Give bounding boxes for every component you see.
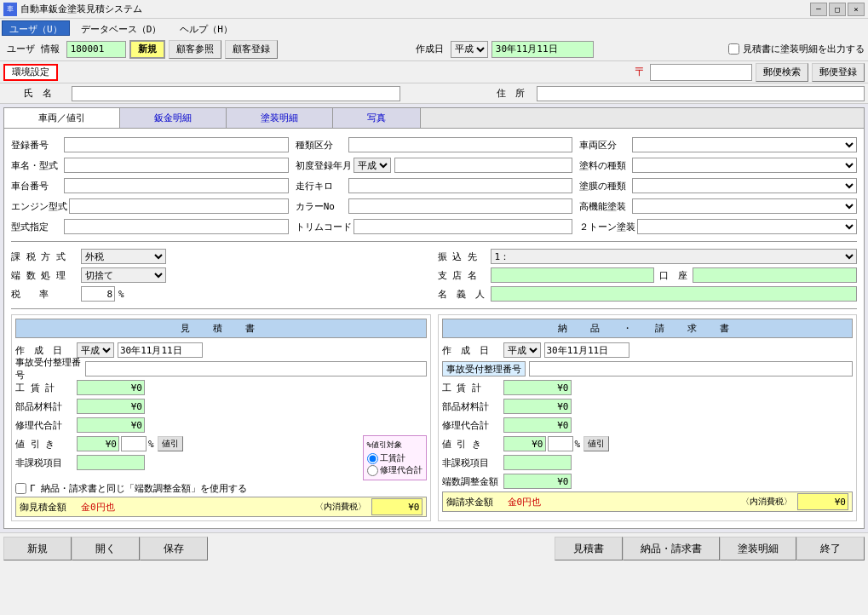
vehicle-class-select[interactable] (632, 137, 857, 152)
est-discount-value-input[interactable] (77, 436, 119, 451)
del-discount-pct-input[interactable] (548, 436, 573, 451)
bottom-new-button[interactable]: 新規 (3, 537, 72, 560)
bottom-end-button[interactable]: 終了 (796, 537, 865, 560)
estimate-block: 見 積 書 作 成 日 平成 事故受付整理番号 工 賃 計 (11, 314, 431, 521)
postal-reg-button[interactable]: 郵便登録 (812, 63, 865, 82)
two-tone-label: ２トーン塗装 (579, 221, 635, 233)
reg-num-label: 登録番号 (11, 139, 62, 152)
model-input[interactable] (64, 219, 289, 234)
postal-search-button[interactable]: 郵便検索 (756, 63, 808, 82)
account-input[interactable] (693, 267, 857, 283)
est-accident-input[interactable] (85, 361, 427, 376)
del-nontax-input[interactable] (503, 455, 572, 470)
reg-num-input[interactable] (64, 137, 289, 152)
menu-help[interactable]: ヘルプ（H） (172, 20, 240, 36)
est-discount-pct-input[interactable] (121, 436, 147, 451)
postal-input[interactable] (650, 64, 752, 81)
tab-sheet-metal[interactable]: 鈑金明細 (120, 108, 227, 128)
first-reg-input[interactable] (394, 158, 573, 173)
tax-rate-input[interactable] (81, 286, 115, 302)
car-name-input[interactable] (64, 158, 289, 173)
est-parts-label: 部品材料計 (15, 400, 75, 413)
branch-input[interactable] (491, 267, 655, 283)
engine-label: エンジン型式 (11, 200, 67, 213)
mileage-input[interactable] (348, 178, 573, 193)
est-total-tax-input[interactable] (371, 498, 423, 515)
paint-film-select[interactable] (632, 178, 857, 193)
bottom-paint-detail-button[interactable]: 塗装明細 (720, 537, 796, 560)
window-controls[interactable]: ─ □ × (810, 3, 865, 16)
est-repair-discount-area: 修理代合計 値 引 き % 値引 非課税項 (15, 417, 427, 480)
bottom-open-button[interactable]: 開く (72, 537, 140, 560)
estimate-header: 見 積 書 (15, 319, 427, 338)
est-radio-repair[interactable] (367, 465, 378, 476)
trim-row: トリムコード (296, 217, 573, 236)
new-button[interactable]: 新規 (129, 40, 165, 59)
maximize-btn[interactable]: □ (829, 3, 846, 16)
vehicle-class-label: 車両区分 (579, 139, 630, 152)
account-name-input[interactable] (491, 286, 858, 302)
env-settings-button[interactable]: 環境設定 (3, 64, 58, 81)
est-radio-labor-label[interactable]: 工賃計 (367, 452, 423, 464)
close-btn[interactable]: × (848, 3, 865, 16)
era-select[interactable]: 平成 (451, 41, 488, 58)
del-era-select[interactable]: 平成 (503, 342, 541, 358)
del-labor-input[interactable] (503, 380, 572, 395)
del-nontax-label: 非課税項目 (442, 457, 502, 469)
menu-user[interactable]: ユーザ（U） (2, 20, 70, 36)
est-voucher-checkbox[interactable] (15, 483, 26, 494)
customer-reg-button[interactable]: 顧客登録 (225, 40, 278, 59)
addr-input[interactable] (537, 86, 865, 101)
est-radio-repair-label[interactable]: 修理代合計 (367, 464, 423, 476)
est-total-amount: 金0円也 (81, 501, 310, 514)
two-tone-select[interactable] (637, 219, 857, 234)
first-reg-era-select[interactable]: 平成 (354, 158, 391, 173)
del-parts-input[interactable] (503, 399, 572, 414)
round-row: 端 数 処 理 切捨て (11, 266, 431, 285)
paint-type-select[interactable] (632, 158, 857, 173)
del-date-input[interactable] (544, 342, 629, 358)
minimize-btn[interactable]: ─ (810, 3, 827, 16)
est-repair-label: 修理代合計 (15, 419, 75, 432)
est-discount-button[interactable]: 値引 (158, 436, 183, 451)
tax-method-select[interactable]: 外税 (81, 249, 166, 264)
bottom-estimate-button[interactable]: 見積書 (555, 537, 623, 560)
del-total-tax-input[interactable] (797, 493, 848, 510)
del-total-amount: 金0円也 (508, 496, 737, 509)
est-repair-input[interactable] (77, 417, 145, 433)
menu-database[interactable]: データベース（D） (73, 20, 170, 36)
customer-ref-button[interactable]: 顧客参照 (169, 40, 221, 59)
divider1 (11, 241, 857, 242)
del-discount-button[interactable]: 値引 (583, 436, 609, 451)
est-discount-label: 値 引 き (15, 438, 75, 451)
color-input[interactable] (348, 198, 573, 214)
del-discount-value-input[interactable] (503, 436, 546, 451)
chassis-input[interactable] (64, 178, 289, 193)
del-accident-input[interactable] (529, 361, 854, 376)
est-date-input[interactable] (118, 342, 203, 358)
user-id-input[interactable] (66, 41, 126, 58)
date-input[interactable] (491, 41, 594, 58)
bottom-save-button[interactable]: 保存 (140, 537, 208, 560)
round-select[interactable]: 切捨て (81, 267, 166, 283)
type-input[interactable] (348, 137, 573, 152)
engine-input[interactable] (69, 198, 289, 214)
name-input[interactable] (72, 86, 400, 101)
del-round-input[interactable] (503, 474, 572, 489)
est-parts-input[interactable] (77, 399, 145, 414)
print-checkbox[interactable] (728, 43, 739, 55)
del-repair-input[interactable] (503, 417, 572, 433)
transfer-select[interactable]: 1： (491, 249, 858, 264)
est-radio-labor[interactable] (367, 453, 378, 464)
est-labor-input[interactable] (77, 380, 145, 395)
tab-vehicle[interactable]: 車両／値引 (4, 108, 120, 128)
est-nontax-input[interactable] (77, 455, 145, 470)
high-func-select[interactable] (632, 198, 857, 214)
bottom-delivery-button[interactable]: 納品・請求書 (623, 537, 720, 560)
print-checkbox-label[interactable]: 見積書に塗装明細を出力する (728, 43, 865, 55)
del-round-row: 端数調整金額 (442, 473, 854, 490)
est-voucher-label: Γ 納品・請求書と同じ「端数調整金額」を使用する (30, 482, 247, 495)
tab-photo[interactable]: 写真 (333, 108, 421, 128)
trim-input[interactable] (354, 219, 573, 234)
tab-paint[interactable]: 塗装明細 (227, 108, 333, 128)
